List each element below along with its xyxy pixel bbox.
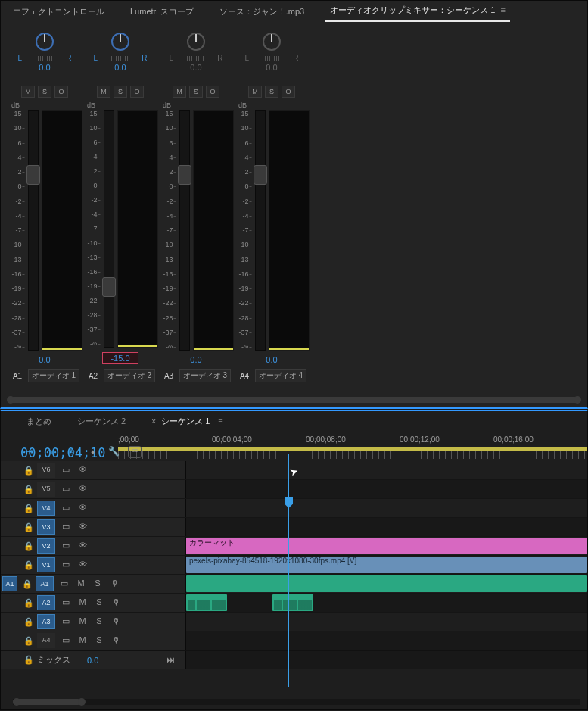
solo-button[interactable]: S <box>93 616 105 627</box>
mute-button[interactable]: M <box>76 635 89 646</box>
tool-insert-icon[interactable]: ⇥ <box>22 446 36 458</box>
track-name-field[interactable]: オーディオ 3 <box>179 369 231 382</box>
tool-snap-icon[interactable]: ∩ <box>43 446 57 458</box>
gain-value[interactable]: 0.0 <box>266 355 277 364</box>
lock-icon[interactable]: 🔒 <box>23 598 33 608</box>
track-content[interactable]: カラーマット <box>185 537 587 555</box>
channel-output-button[interactable]: O <box>130 86 144 98</box>
timeline-tab-summary[interactable]: まとめ <box>23 414 54 429</box>
zoom-handle-right[interactable] <box>78 698 86 706</box>
scroll-handle-left[interactable] <box>7 396 14 404</box>
solo-button[interactable]: S <box>93 635 105 646</box>
clip-audio-a2-2[interactable] <box>272 594 313 611</box>
gain-value[interactable]: 0.0 <box>39 355 50 364</box>
fader-track[interactable] <box>28 110 39 351</box>
track-content[interactable] <box>185 631 587 650</box>
voice-record-icon[interactable]: 🎙 <box>110 616 122 627</box>
clip-color-matte[interactable]: カラーマット <box>186 538 587 554</box>
solo-button[interactable]: S <box>38 86 51 98</box>
clip-video[interactable]: pexels-pixabay-854518-1920x1080-30fps.mp… <box>186 557 587 573</box>
skip-end-icon[interactable]: ⏭ <box>164 655 176 666</box>
track-content[interactable] <box>185 518 587 536</box>
sync-lock-icon[interactable]: ▭ <box>60 635 72 646</box>
tool-linked-selection-icon[interactable]: ⎋ <box>64 446 78 458</box>
lock-icon[interactable]: 🔒 <box>23 541 33 551</box>
gain-value[interactable]: -15.0 <box>102 352 138 364</box>
fader-track[interactable] <box>255 110 266 351</box>
mute-button[interactable]: M <box>75 578 87 589</box>
mute-button[interactable]: M <box>97 86 110 98</box>
lock-icon[interactable]: 🔒 <box>23 560 33 570</box>
eye-icon[interactable]: 👁 <box>76 560 89 570</box>
track-toggle[interactable]: V6 <box>37 463 55 478</box>
lock-icon[interactable]: 🔒 <box>23 522 33 532</box>
channel-output-button[interactable]: O <box>282 86 295 98</box>
timeline-tab-sequence1[interactable]: × シーケンス 1 ≡ <box>148 414 226 429</box>
timecode-display[interactable]: 00;00;04;10 <box>1 441 118 460</box>
lock-icon[interactable]: 🔒 <box>23 485 33 494</box>
sync-lock-icon[interactable]: ▭ <box>60 597 72 608</box>
eye-icon[interactable]: 👁 <box>76 541 89 551</box>
mute-button[interactable]: M <box>76 597 89 608</box>
close-tab-icon[interactable]: × <box>151 417 156 426</box>
gain-value[interactable]: 0.0 <box>190 355 201 364</box>
solo-button[interactable]: S <box>114 86 127 98</box>
scroll-thumb[interactable] <box>8 397 580 403</box>
fader-track[interactable] <box>179 110 190 351</box>
eye-icon[interactable]: 👁 <box>76 484 89 494</box>
tab-menu-icon[interactable]: ≡ <box>500 5 505 14</box>
source-patch[interactable]: A1 <box>2 576 17 591</box>
sync-lock-icon[interactable]: ▭ <box>60 541 72 551</box>
track-content[interactable] <box>185 480 587 498</box>
solo-button[interactable]: S <box>93 597 105 608</box>
tab-effect-controls[interactable]: エフェクトコントロール <box>8 3 109 20</box>
track-name-field[interactable]: オーディオ 2 <box>104 369 155 382</box>
clip-audio-a2-1[interactable] <box>186 594 227 611</box>
track-toggle[interactable]: V2 <box>37 538 55 554</box>
fader-handle[interactable] <box>178 165 191 185</box>
pan-knob[interactable] <box>261 31 282 52</box>
lock-icon[interactable]: 🔒 <box>23 504 33 513</box>
pan-knob[interactable] <box>185 31 207 52</box>
track-toggle[interactable]: A3 <box>37 614 55 629</box>
playhead[interactable] <box>288 454 289 687</box>
track-content[interactable] <box>185 461 587 479</box>
voice-record-icon[interactable]: 🎙 <box>108 578 120 589</box>
track-content[interactable]: pexels-pixabay-854518-1920x1080-30fps.mp… <box>185 556 587 574</box>
scroll-handle-right[interactable] <box>574 396 581 404</box>
sync-lock-icon[interactable]: ▭ <box>60 560 72 570</box>
channel-output-button[interactable]: O <box>206 86 219 98</box>
mute-button[interactable]: M <box>173 86 186 98</box>
channel-output-button[interactable]: O <box>54 86 68 98</box>
sync-lock-icon[interactable]: ▭ <box>60 484 72 494</box>
track-toggle[interactable]: V5 <box>37 482 55 497</box>
voice-record-icon[interactable]: 🎙 <box>110 635 122 646</box>
track-content[interactable] <box>185 575 587 593</box>
track-name-field[interactable]: オーディオ 4 <box>255 369 306 382</box>
pan-value[interactable]: 0.0 <box>39 63 50 72</box>
solo-button[interactable]: S <box>92 578 104 589</box>
tool-marker-icon[interactable]: ⬧ <box>86 446 99 458</box>
eye-icon[interactable]: 👁 <box>76 503 89 513</box>
track-toggle[interactable]: V4 <box>37 501 55 516</box>
sync-lock-icon[interactable]: ▭ <box>58 578 70 589</box>
track-toggle[interactable]: V3 <box>37 519 55 535</box>
eye-icon[interactable]: 👁 <box>76 522 89 532</box>
sync-lock-icon[interactable]: ▭ <box>60 465 72 476</box>
lock-icon[interactable]: 🔒 <box>23 655 33 665</box>
timeline-tab-menu-icon[interactable]: ≡ <box>218 416 222 426</box>
timeline-scroll-thumb[interactable] <box>13 699 81 705</box>
tab-source[interactable]: ソース：ジャン！.mp3 <box>215 3 309 20</box>
sync-lock-icon[interactable]: ▭ <box>60 616 72 627</box>
tool-captions-icon[interactable]: cc <box>128 446 142 458</box>
mixer-horizontal-scrollbar[interactable] <box>8 397 580 403</box>
pan-value[interactable]: 0.0 <box>190 63 201 72</box>
pan-value[interactable]: 0.0 <box>114 63 126 72</box>
mute-button[interactable]: M <box>21 86 35 98</box>
tab-audio-clip-mixer[interactable]: オーディオクリップミキサー：シーケンス 1 ≡ <box>325 2 510 22</box>
clip-audio-a1[interactable] <box>186 575 587 592</box>
tab-lumetri-scopes[interactable]: Lumetri スコープ <box>126 3 198 20</box>
pan-knob[interactable] <box>34 31 55 52</box>
track-name-field[interactable]: オーディオ 1 <box>28 369 79 382</box>
voice-record-icon[interactable]: 🎙 <box>110 597 122 608</box>
